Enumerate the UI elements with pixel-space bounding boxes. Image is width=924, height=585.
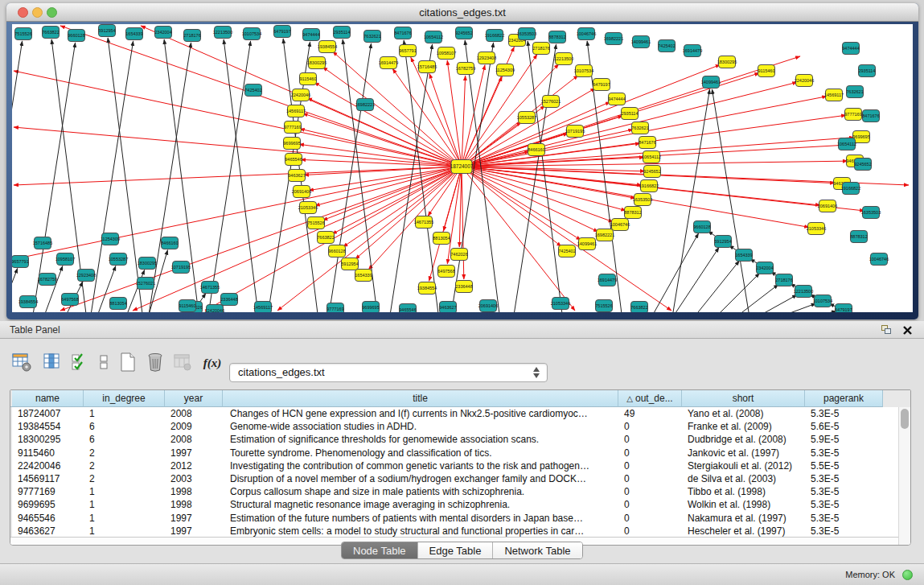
- table-cell[interactable]: 9777169: [12, 485, 84, 498]
- table-cell[interactable]: Stergiakouli et al. (2012): [682, 459, 805, 472]
- table-cell[interactable]: Franke et al. (2009): [682, 420, 805, 433]
- clear-selection-icon[interactable]: [97, 352, 111, 374]
- table-row[interactable]: 911546021997Tourette syndrome. Phenomeno…: [10, 447, 899, 459]
- table-cell[interactable]: 5.3E-5: [805, 485, 883, 498]
- table-cell[interactable]: 1998: [165, 485, 223, 498]
- table-cell[interactable]: 1997: [165, 525, 223, 538]
- table-cell[interactable]: Estimation of significance thresholds fo…: [223, 433, 618, 446]
- table-selector-combobox[interactable]: citations_edges.txt: [229, 363, 548, 382]
- table-mode-icon[interactable]: [11, 352, 34, 374]
- table-cell[interactable]: 2: [84, 447, 165, 459]
- tab-network-table[interactable]: Network Table: [493, 542, 581, 559]
- table-row[interactable]: 946554611997Estimation of the future num…: [10, 512, 899, 525]
- table-cell[interactable]: 1: [84, 525, 165, 538]
- table-cell[interactable]: 18724007: [12, 407, 84, 420]
- table-cell[interactable]: 0: [618, 498, 682, 511]
- table-cell[interactable]: Genome-wide association studies in ADHD.: [223, 420, 618, 433]
- window-titlebar[interactable]: citations_edges.txt: [6, 3, 918, 22]
- network-graph[interactable]: 1938455418300295911546022420046145691179…: [12, 24, 913, 312]
- table-cell[interactable]: 9699695: [12, 498, 84, 511]
- table-row[interactable]: 969969511998Structural magnetic resonanc…: [10, 498, 899, 511]
- table-cell[interactable]: Embryonic stem cells: a model to study s…: [223, 525, 618, 538]
- table-cell[interactable]: Investigating the contribution of common…: [223, 459, 618, 472]
- column-header-short[interactable]: short: [682, 390, 805, 407]
- table-cell[interactable]: 2008: [165, 407, 223, 420]
- table-cell[interactable]: 1997: [165, 447, 223, 459]
- create-column-icon[interactable]: [117, 352, 140, 374]
- table-row[interactable]: 977716911998Corpus callosum shape and si…: [10, 485, 899, 498]
- table-cell[interactable]: 5.3E-5: [805, 525, 883, 538]
- table-row[interactable]: 1938455462009Genome-wide association stu…: [10, 420, 899, 433]
- table-cell[interactable]: Hescheler et al. (1997): [682, 525, 805, 538]
- table-cell[interactable]: Estimation of the future numbers of pati…: [223, 512, 618, 525]
- table-cell[interactable]: 2: [84, 459, 165, 472]
- table-cell[interactable]: 1997: [165, 512, 223, 525]
- table-row[interactable]: 1872400712008Changes of HCN gene express…: [10, 407, 899, 420]
- column-header-pagerank[interactable]: pagerank: [805, 390, 883, 407]
- close-panel-icon[interactable]: [902, 324, 913, 335]
- table-row[interactable]: 2242004622012Investigating the contribut…: [10, 459, 899, 472]
- row-select-icon[interactable]: [71, 352, 88, 374]
- table-cell[interactable]: Tibbo et al. (1998): [682, 485, 805, 498]
- table-cell[interactable]: 5.6E-5: [805, 420, 883, 433]
- table-cell[interactable]: 9463627: [12, 525, 84, 538]
- table-cell[interactable]: 2: [84, 472, 165, 485]
- float-panel-icon[interactable]: [881, 325, 892, 335]
- delete-column-icon[interactable]: [145, 352, 167, 374]
- table-cell[interactable]: 0: [618, 485, 682, 498]
- table-cell[interactable]: Corpus callosum shape and size in male p…: [223, 485, 618, 498]
- table-cell[interactable]: 2009: [165, 420, 223, 433]
- table-cell[interactable]: 1: [84, 512, 165, 525]
- table-cell[interactable]: de Silva et al. (2003): [682, 472, 805, 485]
- table-cell[interactable]: 2003: [165, 472, 223, 485]
- network-canvas[interactable]: 1938455418300295911546022420046145691179…: [12, 24, 913, 312]
- table-cell[interactable]: 2008: [165, 433, 223, 446]
- table-cell[interactable]: 1998: [165, 498, 223, 511]
- table-cell[interactable]: 22420046: [12, 459, 84, 472]
- column-header-in-degree[interactable]: in_degree: [84, 390, 165, 407]
- table-cell[interactable]: Changes of HCN gene expression and I(f) …: [223, 407, 618, 420]
- column-header-year[interactable]: year: [165, 390, 223, 407]
- table-cell[interactable]: 49: [618, 407, 682, 420]
- memory-status-icon[interactable]: [902, 570, 913, 580]
- table-cell[interactable]: 5.3E-5: [805, 407, 883, 420]
- table-cell[interactable]: 6: [84, 420, 165, 433]
- table-cell[interactable]: Yano et al. (2008): [682, 407, 805, 420]
- vertical-scrollbar[interactable]: [898, 407, 910, 546]
- table-cell[interactable]: 1: [84, 498, 165, 511]
- scrollbar-thumb[interactable]: [901, 409, 909, 429]
- table-cell[interactable]: 0: [618, 420, 682, 433]
- tab-edge-table[interactable]: Edge Table: [418, 542, 494, 559]
- table-cell[interactable]: 1: [84, 485, 165, 498]
- table-cell[interactable]: 0: [618, 525, 682, 538]
- table-cell[interactable]: 0: [618, 447, 682, 459]
- column-header-out-degree[interactable]: △out_de...: [618, 390, 682, 407]
- table-cell[interactable]: 5.9E-5: [805, 433, 883, 446]
- table-cell[interactable]: 0: [618, 512, 682, 525]
- table-cell[interactable]: 5.3E-5: [805, 498, 883, 511]
- table-cell[interactable]: 0: [618, 472, 682, 485]
- table-cell[interactable]: 2012: [165, 459, 223, 472]
- table-cell[interactable]: 9115460: [12, 447, 84, 459]
- table-cell[interactable]: 6: [84, 433, 165, 446]
- table-cell[interactable]: 5.3E-5: [805, 447, 883, 459]
- table-cell[interactable]: 1: [84, 407, 165, 420]
- table-cell[interactable]: 0: [618, 459, 682, 472]
- table-cell[interactable]: Dudbridge et al. (2008): [682, 433, 805, 446]
- show-columns-icon[interactable]: [42, 352, 64, 374]
- table-cell[interactable]: 9465546: [12, 512, 84, 525]
- table-cell[interactable]: 19384554: [12, 420, 84, 433]
- table-row[interactable]: 1830029562008Estimation of significance …: [10, 433, 899, 446]
- table-cell[interactable]: Nakamura et al. (1997): [682, 512, 805, 525]
- table-cell[interactable]: Jankovic et al. (1997): [682, 447, 805, 459]
- table-cell[interactable]: 5.5E-5: [805, 459, 883, 472]
- table-cell[interactable]: 18300295: [12, 433, 84, 446]
- table-cell[interactable]: Disruption of a novel member of a sodium…: [223, 472, 618, 485]
- import-table-icon[interactable]: [172, 352, 195, 374]
- table-cell[interactable]: 5.3E-5: [805, 472, 883, 485]
- table-row[interactable]: 1456911722003Disruption of a novel membe…: [10, 472, 899, 485]
- table-cell[interactable]: Wolkin et al. (1998): [682, 498, 805, 511]
- table-cell[interactable]: Tourette syndrome. Phenomenology and cla…: [223, 447, 618, 459]
- table-cell[interactable]: 14569117: [12, 472, 84, 485]
- column-header-name[interactable]: name: [12, 390, 84, 407]
